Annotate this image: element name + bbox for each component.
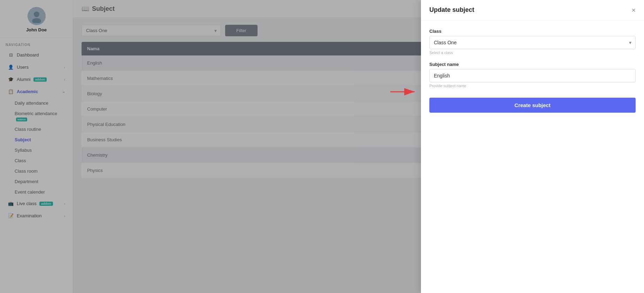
chevron-right-icon: ›: [64, 65, 65, 69]
sidebar-item-dashboard[interactable]: ⊟ Dashboard: [2, 49, 71, 61]
sidebar-item-label: Examination: [17, 213, 42, 218]
chevron-right-icon: ›: [64, 77, 65, 82]
panel-header: Update subject ×: [421, 0, 644, 20]
alumni-icon: 🎓: [8, 77, 14, 82]
sidebar-item-alumni[interactable]: 🎓 Alumni addon ›: [2, 74, 71, 85]
create-subject-button[interactable]: Create subject: [429, 98, 636, 113]
dashboard-icon: ⊟: [8, 52, 14, 58]
sidebar-item-academic[interactable]: 📋 Academic ⌄: [2, 86, 71, 97]
class-form-group: Class Class One Class Two Class Three Se…: [429, 29, 636, 55]
sidebar-item-daily-attendance[interactable]: Daily attendance: [9, 98, 71, 108]
class-dropdown[interactable]: Class One Class Two Class Three: [429, 36, 636, 49]
subject-icon: 📖: [82, 5, 89, 13]
class-select[interactable]: Class One: [82, 25, 221, 36]
sidebar-item-label: Dashboard: [17, 52, 39, 58]
subject-name-input[interactable]: [429, 69, 636, 82]
panel-title: Update subject: [429, 6, 474, 14]
user-profile: John Doe: [0, 0, 73, 38]
subject-name-form-group: Subject name Provide subject name: [429, 62, 636, 88]
svg-point-0: [34, 12, 39, 17]
avatar: [28, 7, 46, 25]
sidebar-item-label: Users: [17, 65, 29, 70]
subject-name-label: Subject name: [429, 62, 636, 67]
live-class-badge: addon: [39, 202, 53, 206]
academic-icon: 📋: [8, 89, 14, 94]
alumni-badge: addon: [33, 77, 47, 82]
svg-point-1: [32, 18, 41, 23]
sidebar: John Doe Navigation ⊟ Dashboard 👤 Users …: [0, 0, 73, 293]
class-hint: Select a class: [429, 51, 636, 55]
live-class-icon: 📺: [8, 201, 14, 206]
sidebar-item-class-routine[interactable]: Class routine: [9, 124, 71, 134]
users-icon: 👤: [8, 65, 14, 70]
examination-icon: 📝: [8, 213, 14, 218]
sidebar-item-biometric-attendance[interactable]: Biometric attendance addon: [9, 108, 71, 124]
class-select-wrapper: Class One: [82, 25, 221, 36]
sidebar-item-department[interactable]: Department: [9, 176, 71, 187]
page-title: Subject: [92, 5, 115, 13]
sidebar-item-label: Academic: [17, 89, 38, 94]
class-select-wrapper: Class One Class Two Class Three: [429, 36, 636, 49]
close-button[interactable]: ×: [631, 7, 636, 14]
username-label: John Doe: [26, 27, 47, 32]
nav-label: Navigation: [0, 38, 73, 49]
arrow-indicator: [390, 87, 418, 98]
biometric-badge: addon: [16, 118, 27, 121]
chevron-down-icon: ⌄: [62, 89, 65, 94]
filter-button[interactable]: Filter: [225, 25, 258, 36]
update-subject-panel: Update subject × Class Class One Class T…: [421, 0, 644, 293]
sidebar-item-users[interactable]: 👤 Users ›: [2, 61, 71, 73]
panel-body: Class Class One Class Two Class Three Se…: [421, 20, 644, 293]
subject-name-hint: Provide subject name: [429, 84, 636, 88]
sidebar-item-classroom[interactable]: Class room: [9, 166, 71, 176]
class-label: Class: [429, 29, 636, 34]
sidebar-item-label: Alumni: [17, 77, 31, 82]
academic-subnav: Daily attendance Biometric attendance ad…: [0, 98, 73, 197]
sidebar-item-live-class[interactable]: 📺 Live class addon ›: [2, 198, 71, 209]
chevron-right-icon: ›: [64, 202, 65, 206]
sidebar-item-label: Live class: [17, 201, 37, 206]
sidebar-item-examination[interactable]: 📝 Examination ›: [2, 210, 71, 221]
sidebar-item-event-calender[interactable]: Event calender: [9, 187, 71, 197]
sidebar-item-subject[interactable]: Subject: [9, 135, 71, 145]
sidebar-item-syllabus[interactable]: Syllabus: [9, 145, 71, 155]
chevron-right-icon: ›: [64, 214, 65, 218]
sidebar-item-class[interactable]: Class: [9, 156, 71, 166]
